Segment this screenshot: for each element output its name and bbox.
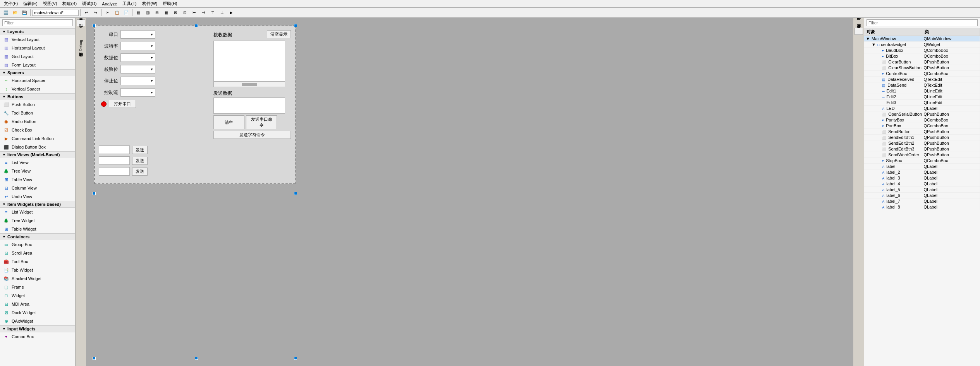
canvas-container[interactable]: 串口 ▼ 波特率 ▼	[86, 18, 853, 366]
mode-tab-signals[interactable]: 信号	[77, 28, 85, 35]
toolbar-align-right[interactable]: ⊣	[199, 9, 208, 17]
tree-row-label_6[interactable]: A label_6 QLabel	[864, 193, 980, 198]
widget-item-qaxwidget[interactable]: ⊕ QAxWidget	[0, 317, 75, 325]
toolbar-align-left[interactable]: ⊢	[190, 9, 198, 17]
tree-row-sendeditbtn3[interactable]: ⬜ SendEditBtn3 QPushButton	[864, 146, 980, 152]
combo-bote[interactable]: ▼	[120, 42, 155, 50]
widget-item-tab-widget[interactable]: 📑 Tab Widget	[0, 266, 75, 274]
toolbar-redo[interactable]: ↪	[91, 9, 100, 17]
menu-file[interactable]: 文件(F)	[2, 0, 20, 7]
widget-item-form-layout[interactable]: ▧ Form Layout	[0, 61, 75, 69]
send-text-area[interactable]	[213, 97, 285, 114]
receive-text-area[interactable]	[213, 41, 285, 87]
toolbar-adjust-size[interactable]: ⊡	[181, 9, 189, 17]
menu-build[interactable]: 构建(B)	[60, 0, 79, 7]
combo-jiaoyan[interactable]: ▼	[120, 65, 155, 74]
clear-display-button[interactable]: 清空显示	[267, 30, 291, 38]
send-input-2[interactable]	[99, 156, 130, 165]
handle-bm[interactable]	[195, 357, 198, 360]
tree-row-datareceived[interactable]: ▤ DataReceived QTextEdit	[864, 77, 980, 82]
category-containers[interactable]: ▼ Containers	[0, 233, 75, 240]
clear-send-button[interactable]: 清空	[213, 115, 244, 129]
widget-item-group-box[interactable]: ▭ Group Box	[0, 240, 75, 249]
widget-item-widget[interactable]: □ Widget	[0, 291, 75, 300]
widget-filter-input[interactable]	[2, 19, 73, 26]
menu-edit[interactable]: 编辑(E)	[21, 0, 40, 7]
tree-row-sendbutton[interactable]: ⬜ SendButton QPushButton	[864, 129, 980, 135]
tree-row-label_4[interactable]: A label_4 QLabel	[864, 181, 980, 187]
design-canvas[interactable]: 串口 ▼ 波特率 ▼	[94, 26, 296, 184]
menu-debug[interactable]: 调试(D)	[80, 0, 99, 7]
toolbar-cut[interactable]: ✂	[103, 9, 112, 17]
tree-row-paritybox[interactable]: ▾ ParityBox QComboBox	[864, 117, 980, 123]
tree-row-label_5[interactable]: A label_5 QLabel	[864, 187, 980, 193]
widget-item-vertical-layout[interactable]: ▤ Vertical Layout	[0, 35, 75, 44]
open-serial-button[interactable]: 打开串口	[109, 100, 136, 108]
widget-item-push-button[interactable]: ⬜ Push Button	[0, 100, 75, 109]
expand-mainwindow[interactable]: ▼	[866, 36, 870, 41]
widget-item-horizontal-layout[interactable]: ▥ Horizontal Layout	[0, 44, 75, 52]
send-input-1[interactable]	[99, 145, 130, 154]
widget-item-mdi-area[interactable]: ⊟ MDI Area	[0, 300, 75, 308]
send-input-3[interactable]	[99, 167, 130, 176]
combo-tingzhi[interactable]: ▼	[120, 77, 155, 85]
receive-scrollbar[interactable]	[214, 81, 285, 87]
tree-row-bitbox[interactable]: ▾ BitBox QComboBox	[864, 53, 980, 59]
tree-row-openserialbutton[interactable]: ⬜ OpenSerialButton QPushButton	[864, 111, 980, 117]
tree-row-clearshowbutton[interactable]: ⬜ ClearShowButton QPushButton	[864, 65, 980, 71]
category-spacers[interactable]: ▼ Spacers	[0, 69, 75, 76]
toolbar-undo[interactable]: ↩	[82, 9, 91, 17]
tree-row-edit1[interactable]: ─ Edit1 QLineEdit	[864, 88, 980, 94]
object-filter-input[interactable]	[867, 19, 978, 26]
send-button-1[interactable]: 发送	[132, 146, 148, 154]
tree-row-portbox[interactable]: ▾ PortBox QComboBox	[864, 123, 980, 129]
toolbar-preview[interactable]: ▶	[227, 9, 236, 17]
tree-row-mainwindow[interactable]: ▼ MainWindow QMainWindow	[864, 36, 980, 42]
toolbar-open[interactable]: 📂	[11, 9, 19, 17]
tree-row-sendeditbtn2[interactable]: ⬜ SendEditBtn2 QPushButton	[864, 140, 980, 146]
menu-tools[interactable]: 工具(T)	[120, 0, 139, 7]
scroll-thumb[interactable]	[242, 83, 257, 86]
right-tab-property[interactable]: 属性编辑器	[854, 19, 863, 26]
widget-item-check-box[interactable]: ☑ Check Box	[0, 126, 75, 134]
handle-br[interactable]	[294, 357, 297, 360]
widget-item-table-widget[interactable]: ⊞ Table Widget	[0, 225, 75, 233]
handle-mr[interactable]	[294, 192, 297, 195]
tree-row-clearbutton[interactable]: ⬜ ClearButton QPushButton	[864, 59, 980, 65]
tree-row-stopbox[interactable]: ▾ StopBox QComboBox	[864, 158, 980, 164]
toolbar-align-top[interactable]: ⊤	[208, 9, 217, 17]
toolbar-align-bottom[interactable]: ⊥	[218, 9, 226, 17]
widget-item-table-view[interactable]: ⊞ Table View	[0, 175, 75, 184]
tree-row-controlbox[interactable]: ▾ ControlBox QComboBox	[864, 71, 980, 77]
widget-item-tool-box[interactable]: 🧰 Tool Box	[0, 257, 75, 266]
mode-tab-toolbox[interactable]: 工具箱	[77, 19, 85, 26]
right-tab-object[interactable]: 对象查看器	[854, 28, 863, 35]
toolbar-copy[interactable]: 📋	[113, 9, 121, 17]
expand-centralwidget[interactable]: ▼	[872, 42, 876, 47]
toolbar-layout-form[interactable]: ▦	[162, 9, 170, 17]
tree-row-label_7[interactable]: A label_7 QLabel	[864, 198, 980, 204]
tree-row-baudbox[interactable]: ▾ BaudBox QComboBox	[864, 48, 980, 53]
menu-widgets[interactable]: 构件(W)	[140, 0, 160, 7]
handle-tr[interactable]	[294, 24, 297, 27]
widget-item-grid-layout[interactable]: ▦ Grid Layout	[0, 52, 75, 61]
send-button-2[interactable]: 发送	[132, 157, 148, 165]
tree-row-label_3[interactable]: A label_3 QLabel	[864, 175, 980, 181]
category-layouts[interactable]: ▼ Layouts	[0, 28, 75, 35]
menu-view[interactable]: 视图(V)	[41, 0, 60, 7]
widget-item-stacked-widget[interactable]: 📚 Stacked Widget	[0, 274, 75, 283]
toolbar-layout-h[interactable]: ▤	[134, 9, 143, 17]
widget-item-horizontal-spacer[interactable]: ↔ Horizontal Spacer	[0, 76, 75, 85]
widget-item-scroll-area[interactable]: ⊡ Scroll Area	[0, 249, 75, 257]
widget-item-command-link-button[interactable]: ▶ Command Link Button	[0, 134, 75, 143]
tree-row-centralwidget[interactable]: ▼ □ centralwidget QWidget	[864, 42, 980, 48]
combo-shuju[interactable]: ▼	[120, 53, 155, 62]
widget-item-tree-view[interactable]: 🌲 Tree View	[0, 167, 75, 175]
handle-ml[interactable]	[93, 192, 96, 195]
widget-item-frame[interactable]: ▢ Frame	[0, 283, 75, 291]
category-buttons[interactable]: ▼ Buttons	[0, 93, 75, 100]
menu-help[interactable]: 帮助(H)	[160, 0, 179, 7]
toolbar-break-layout[interactable]: ⊠	[171, 9, 180, 17]
widget-item-radio-button[interactable]: ◉ Radio Button	[0, 117, 75, 126]
tree-row-label_8[interactable]: A label_8 QLabel	[864, 204, 980, 210]
